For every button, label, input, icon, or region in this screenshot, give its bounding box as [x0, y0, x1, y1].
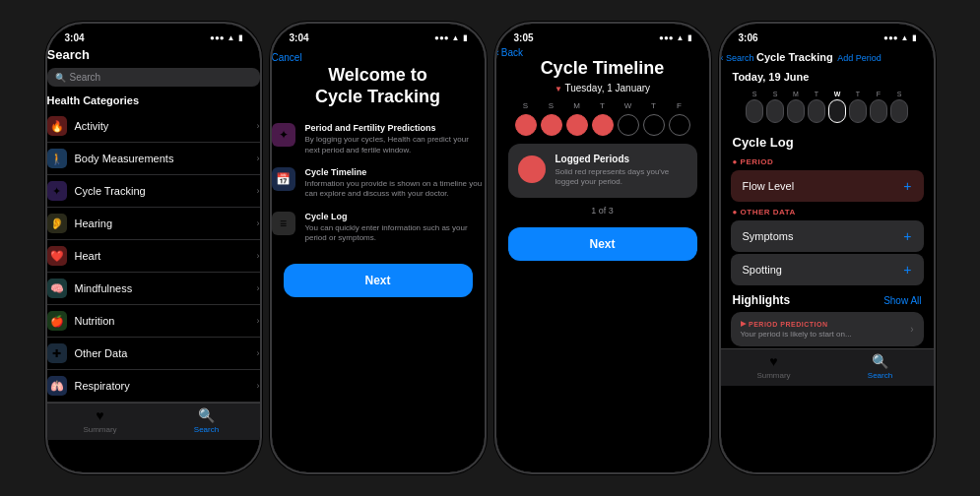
- other-label: Other Data: [75, 347, 128, 359]
- list-item[interactable]: ✦ Cycle Tracking ›: [47, 175, 260, 208]
- welcome-title: Welcome to Cycle Tracking: [272, 65, 485, 107]
- list-item[interactable]: 👂 Hearing ›: [47, 208, 260, 240]
- phone-3-screen: 3:05 ●●● ▲ ▮ ‹ Back Cycle Timeline ▼ Tue: [496, 24, 709, 472]
- prediction-card[interactable]: PERIOD PREDICTION Your period is likely …: [731, 312, 924, 346]
- status-icons-4: ●●● ▲ ▮: [883, 33, 915, 42]
- symptoms-add-icon[interactable]: +: [903, 228, 911, 244]
- day-circles-row: [496, 114, 709, 136]
- chevron-icon: ›: [257, 316, 260, 326]
- list-item[interactable]: 🧠 Mindfulness ›: [47, 273, 260, 305]
- cycle-icon: ✦: [47, 181, 67, 201]
- tab-search-4[interactable]: 🔍 Search: [827, 353, 934, 380]
- feature-predictions: ✦ Period and Fertility Predictions By lo…: [272, 123, 485, 155]
- chevron-icon: ›: [257, 186, 260, 196]
- chevron-icon: ›: [257, 283, 260, 293]
- today-bar: Today, 19 June: [721, 65, 934, 87]
- chevron-icon: ›: [257, 154, 260, 163]
- symptoms-row[interactable]: Symptoms +: [731, 220, 924, 252]
- flow-level-row[interactable]: Flow Level +: [731, 170, 924, 202]
- hearing-label: Hearing: [75, 217, 113, 229]
- status-icons-1: ●●● ▲ ▮: [210, 33, 241, 42]
- list-item[interactable]: ✚ Other Data ›: [47, 338, 260, 370]
- search-box-1[interactable]: 🔍 Search: [47, 68, 260, 87]
- page-indicator: 1 of 3: [496, 206, 709, 216]
- signal-icon: ●●●: [659, 33, 674, 42]
- phone-3: 3:05 ●●● ▲ ▮ ‹ Back Cycle Timeline ▼ Tue: [494, 22, 711, 474]
- chevron-icon: ›: [257, 121, 260, 131]
- nav-title-1: Search: [47, 47, 260, 62]
- search-tab-icon: 🔍: [198, 407, 215, 423]
- cancel-button[interactable]: Cancel: [272, 52, 302, 63]
- respiratory-icon: 🫁: [47, 376, 67, 396]
- list-item[interactable]: 🫁 Respiratory ›: [47, 370, 260, 403]
- day-circle: [669, 114, 690, 136]
- cal-day: F: [870, 91, 887, 123]
- mindfulness-label: Mindfulness: [75, 282, 133, 294]
- spotting-row[interactable]: Spotting +: [731, 254, 924, 285]
- day-labels-row: S S M T W T F: [496, 101, 709, 110]
- tab-search-1[interactable]: 🔍 Search: [154, 407, 260, 434]
- feature-cyclelog: ≡ Cycle Log You can quickly enter inform…: [272, 212, 485, 244]
- tab-summary-1[interactable]: ♥ Summary: [47, 407, 154, 434]
- next-button-2[interactable]: Next: [284, 264, 473, 297]
- wifi-icon: ▲: [452, 33, 460, 42]
- respiratory-label: Respiratory: [75, 380, 130, 392]
- back-chevron-icon: ‹: [496, 47, 499, 58]
- health-content-1: Health Categories 🔥 Activity › 🚶 Body Me…: [47, 87, 260, 403]
- list-item[interactable]: 🔥 Activity ›: [47, 110, 260, 143]
- search-tab-icon-4: 🔍: [872, 353, 888, 369]
- next-button-3[interactable]: Next: [508, 227, 697, 261]
- show-all-button[interactable]: Show All: [883, 295, 921, 306]
- spotting-label: Spotting: [743, 264, 782, 276]
- highlights-title: Highlights: [733, 293, 791, 307]
- status-bar-4: 3:06 ●●● ▲ ▮: [721, 24, 934, 47]
- other-icon: ✚: [47, 343, 67, 363]
- nutrition-label: Nutrition: [75, 315, 115, 327]
- time-1: 3:04: [65, 32, 85, 43]
- day-circle: [592, 114, 614, 136]
- mindfulness-icon: 🧠: [47, 279, 67, 298]
- flow-level-add-icon[interactable]: +: [903, 178, 911, 194]
- list-item[interactable]: ❤️ Heart ›: [47, 240, 260, 273]
- activity-icon: 🔥: [47, 116, 67, 136]
- week-calendar: S S M T W: [721, 87, 934, 127]
- predictions-icon: ✦: [272, 123, 295, 147]
- search-tab-label-4: Search: [868, 371, 892, 380]
- list-item[interactable]: 🍎 Nutrition ›: [47, 305, 260, 338]
- back-button-3[interactable]: ‹ Back: [496, 47, 709, 58]
- back-chevron-icon: ‹: [721, 53, 724, 63]
- day-circle: [515, 114, 537, 136]
- timeline-title: Cycle Timeline: [305, 167, 485, 177]
- phone-4: 3:06 ●●● ▲ ▮ ‹ Search Cycle Tracking Add…: [719, 22, 936, 474]
- nav-bar-1: Search 🔍 Search: [47, 47, 260, 87]
- add-period-button[interactable]: Add Period: [837, 53, 882, 63]
- list-item[interactable]: 🚶 Body Measurements ›: [47, 143, 260, 175]
- hearing-icon: 👂: [47, 214, 67, 233]
- prediction-chevron-icon: ›: [910, 324, 913, 335]
- welcome-content: Welcome to Cycle Tracking ✦ Period and F…: [272, 65, 485, 256]
- status-icons-3: ●●● ▲ ▮: [659, 33, 690, 42]
- chevron-icon: ›: [257, 348, 260, 358]
- nav-bar-2: Cancel: [272, 47, 485, 65]
- summary-tab-icon-4: ♥: [769, 353, 777, 369]
- back-button-4[interactable]: ‹ Search: [721, 53, 757, 63]
- tab-summary-4[interactable]: ♥ Summary: [721, 353, 827, 380]
- search-icon-1: 🔍: [55, 73, 66, 83]
- phone-2: 3:04 ●●● ▲ ▮ Cancel Welcome to Cycle Tra…: [270, 22, 487, 474]
- section-title-1: Health Categories: [47, 94, 260, 106]
- chevron-icon: ›: [257, 381, 260, 391]
- heart-label: Heart: [75, 250, 101, 262]
- signal-icon: ●●●: [210, 33, 225, 42]
- timeline-icon: 📅: [272, 167, 295, 191]
- prediction-desc: Your period is likely to start on...: [741, 330, 852, 339]
- time-3: 3:05: [514, 32, 534, 43]
- time-2: 3:04: [290, 32, 309, 43]
- summary-tab-label: Summary: [83, 425, 116, 434]
- summary-tab-icon: ♥: [96, 407, 103, 423]
- other-data-section-header: ● OTHER DATA: [721, 204, 934, 218]
- status-bar-3: 3:05 ●●● ▲ ▮: [496, 24, 709, 47]
- spotting-add-icon[interactable]: +: [903, 262, 911, 278]
- logged-periods-desc: Solid red represents days you've logged …: [555, 167, 687, 188]
- search-tab-label: Search: [194, 425, 219, 434]
- wifi-icon: ▲: [901, 33, 909, 42]
